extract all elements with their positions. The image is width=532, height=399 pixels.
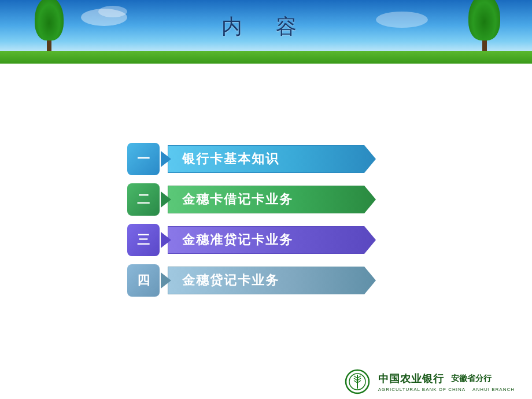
branch-name: 安徽省分行 xyxy=(451,374,492,384)
badge-2: 二 xyxy=(127,183,160,216)
page-title: 内 容 xyxy=(0,13,532,41)
arrow-connector-1 xyxy=(161,151,171,167)
main-content: 一 银行卡基本知识 二 金穗卡借记卡业务 三 金穗准贷记卡业务 四 金穗贷记卡业… xyxy=(0,64,532,399)
header-background: 内 容 xyxy=(0,0,532,64)
arrow-connector-4 xyxy=(161,272,171,289)
banner-4: 金穗贷记卡业务 xyxy=(168,267,376,294)
arrow-connector-2 xyxy=(161,191,171,208)
menu-item-2[interactable]: 二 金穗卡借记卡业务 xyxy=(127,184,405,215)
footer: 中国农业银行 安徽省分行 AGRICULTURAL BANK OF CHINA … xyxy=(0,364,532,399)
banner-3: 金穗准贷记卡业务 xyxy=(168,226,376,254)
banner-1: 银行卡基本知识 xyxy=(168,145,376,173)
banner-2: 金穗卡借记卡业务 xyxy=(168,186,376,213)
menu-item-3[interactable]: 三 金穗准贷记卡业务 xyxy=(127,225,405,255)
badge-1: 一 xyxy=(127,143,160,175)
menu-item-1[interactable]: 一 银行卡基本知识 xyxy=(127,144,405,174)
ground-stripe xyxy=(0,51,532,64)
bank-name-cn: 中国农业银行 xyxy=(378,372,444,386)
abc-logo xyxy=(345,369,370,394)
badge-4: 四 xyxy=(127,264,160,297)
bank-name-en: AGRICULTURAL BANK OF CHINA ANHUI BRANCH xyxy=(378,387,515,392)
badge-3: 三 xyxy=(127,224,160,256)
bank-info: 中国农业银行 安徽省分行 AGRICULTURAL BANK OF CHINA … xyxy=(378,372,515,392)
arrow-connector-3 xyxy=(161,232,171,248)
menu-item-4[interactable]: 四 金穗贷记卡业务 xyxy=(127,265,405,295)
